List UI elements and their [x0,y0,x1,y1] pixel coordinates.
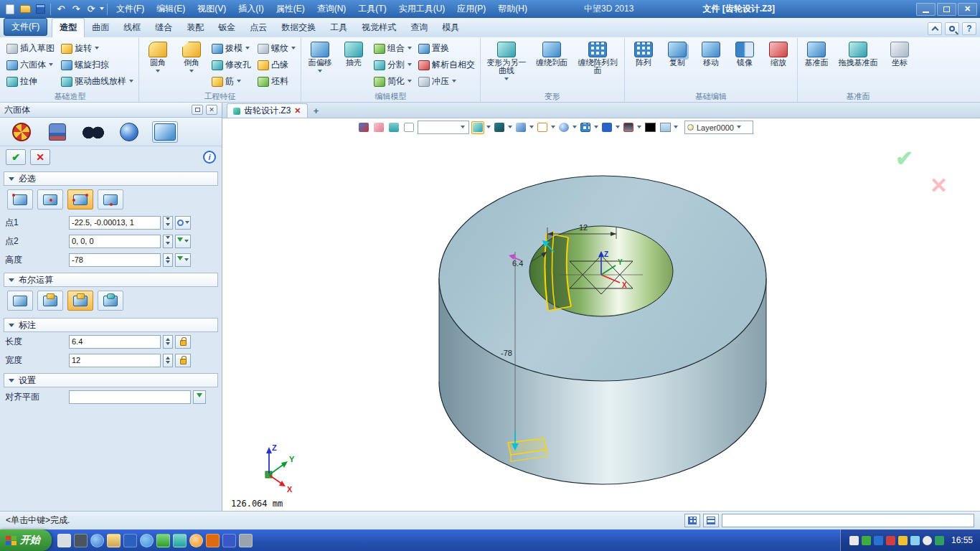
dropdown-icon[interactable] [486,126,491,131]
draft-button[interactable]: 拨模 [209,40,253,57]
background-blue-button[interactable] [659,121,672,134]
start-button[interactable]: 开始 [0,529,52,551]
csys-button[interactable]: 坐标 [884,40,915,68]
tab-tools[interactable]: 工具 [323,19,354,37]
mirror-button[interactable]: 镜像 [729,40,760,68]
dim-width-text[interactable]: 12 [579,223,588,232]
undo-button[interactable]: ↶ [54,2,68,16]
quicklaunch-icon-4[interactable] [107,534,121,547]
width-lock-button[interactable] [175,354,191,367]
tab-shape[interactable]: 造型 [52,18,85,37]
align-plane-input[interactable] [69,390,191,404]
pick-filter-button[interactable] [357,121,370,134]
resolve-selfintersection-button[interactable]: 解析自相交 [416,57,477,73]
menu-tools[interactable]: 工具(T) [352,1,392,17]
menu-file[interactable]: 文件(F) [110,1,150,17]
box-mode-center-button[interactable] [37,189,63,209]
dropdown-icon[interactable] [594,126,598,131]
tab-pointcloud[interactable]: 点云 [242,19,274,37]
face-offset-button[interactable]: 面偏移 [304,40,336,76]
copy-button[interactable]: 复制 [661,40,693,68]
tray-icon-1[interactable] [849,536,859,545]
tray-icon-3[interactable] [874,536,883,545]
stock-button[interactable]: 坯料 [255,73,298,90]
tray-shield-icon[interactable] [862,536,871,545]
window-maximize-button[interactable] [937,3,956,16]
dropdown-icon[interactable] [637,126,641,131]
boolean-intersect-button[interactable] [98,291,123,311]
window-close-button[interactable]: ✕ [958,3,977,16]
tray-volume-icon[interactable] [923,536,932,545]
tray-icon-4[interactable] [886,536,895,545]
grid-display-button[interactable] [579,121,592,134]
regen-button[interactable]: ⟳ [84,2,98,16]
menu-help[interactable]: 帮助(H) [492,1,533,17]
quicklaunch-icon-8[interactable] [173,534,187,547]
tab-visual-style[interactable]: 视觉样式 [354,19,403,37]
quicklaunch-icon-1[interactable] [57,534,71,547]
driven-curve-loft-button[interactable]: 驱动曲线放样 [59,73,136,90]
shape-box-button[interactable] [152,121,178,143]
tray-icon-5[interactable] [898,536,908,545]
section-settings[interactable]: 设置 [4,373,218,387]
boolean-remove-button[interactable] [67,291,93,311]
overlay-check-icon[interactable]: ✔ [895,146,913,171]
dropdown-icon[interactable] [551,126,555,131]
section-dimensions[interactable]: 标注 [4,318,218,332]
3d-viewport[interactable]: Layer0000 [222,118,980,511]
overlay-close-icon[interactable]: ✕ [930,173,948,198]
monitor-button[interactable] [622,121,635,134]
box-mode-corner-button[interactable] [7,189,33,209]
length-lock-button[interactable] [175,335,191,349]
section-required[interactable]: 必选 [4,171,218,186]
tab-wireframe[interactable]: 线框 [116,19,148,37]
tab-mold[interactable]: 模具 [435,19,466,37]
selection-filter-combo[interactable] [418,121,469,134]
shape-stamp-button[interactable] [44,121,70,143]
datum-plane-button[interactable]: 基准面 [801,40,832,68]
background-black-button[interactable] [644,121,656,134]
status-list-toggle[interactable] [703,514,719,527]
tab-sheetmetal[interactable]: 钣金 [211,19,242,37]
tab-file[interactable]: 文件(F) [4,18,47,36]
modify-hole-button[interactable]: 修改孔 [209,57,253,73]
dim-height-text[interactable]: -78 [501,349,512,357]
help-button[interactable]: ? [962,22,976,35]
drag-datum-button[interactable]: 拖拽基准面 [834,40,882,68]
menu-view[interactable]: 视图(V) [192,1,232,17]
menu-insert[interactable]: 插入(I) [232,1,269,17]
divide-button[interactable]: 分割 [372,57,414,73]
point2-input[interactable] [69,235,161,248]
tab-assembly[interactable]: 装配 [179,19,211,37]
scale-button[interactable]: 缩放 [763,40,794,68]
extrude-button[interactable]: 拉伸 [4,73,57,90]
height-spinner[interactable] [163,253,173,267]
rib-button[interactable]: 筋 [209,73,253,90]
dropdown-icon[interactable] [529,126,534,131]
quick-access-dropdown-icon[interactable] [100,7,104,12]
tab-close-icon[interactable]: ✕ [294,106,301,116]
spiral-sweep-button[interactable]: 螺旋扫掠 [59,57,136,73]
box-button[interactable]: 六面体 [4,57,57,73]
redo-button[interactable]: ↷ [69,2,83,16]
chamfer-button[interactable]: 倒角 [176,40,207,76]
length-input[interactable] [69,335,161,349]
tray-icon-6[interactable] [910,536,920,545]
menu-edit[interactable]: 编辑(E) [151,1,191,17]
flange-button[interactable]: 凸缘 [255,57,298,73]
wrap-to-face-button[interactable]: 缠绕到面 [532,40,572,68]
tab-stitch[interactable]: 缝合 [148,19,179,37]
width-spinner[interactable] [163,354,173,367]
wireframe-mode-button[interactable] [536,121,549,134]
status-grid-toggle[interactable] [684,514,700,527]
scene-canvas[interactable]: Z Y X 12 6.4 [222,118,980,511]
eraser-button[interactable] [372,121,385,134]
wrap-array-to-face-button[interactable]: 缠绕阵列到面 [574,40,621,76]
boolean-add-button[interactable] [37,291,63,311]
length-spinner[interactable] [163,335,173,349]
quicklaunch-icon-9[interactable] [189,534,203,547]
shape-dart-button[interactable] [9,121,34,143]
document-tab[interactable]: 齿轮设计.Z3 ✕ [227,103,308,118]
align-plane-picker-button[interactable] [193,390,206,404]
move-button[interactable]: 移动 [695,40,727,68]
